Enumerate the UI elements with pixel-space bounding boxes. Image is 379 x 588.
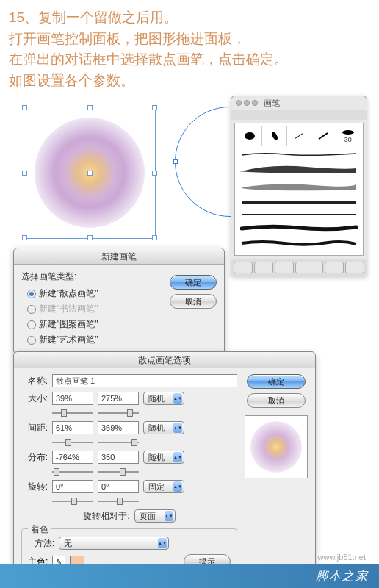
new-brush-dialog: 新建画笔 选择画笔类型: 新建"散点画笔" 新建"书法画笔" 新建"图案画笔" … (13, 248, 225, 354)
rotate-max-input[interactable] (98, 480, 139, 493)
site-footer: 脚本之家 (0, 564, 379, 588)
traffic-min-icon[interactable] (244, 100, 250, 106)
colorization-legend: 着色 (28, 523, 51, 536)
brush-stroke[interactable] (240, 180, 358, 193)
handle-icon[interactable] (87, 235, 93, 240)
panel-body: 30 (234, 123, 364, 256)
ok-button[interactable]: 确定 (247, 374, 306, 389)
radio-scatter[interactable]: 新建"散点画笔" (21, 286, 162, 301)
handle-icon[interactable] (87, 171, 93, 176)
size-label: 大小: (21, 392, 48, 405)
radio-icon (27, 290, 36, 298)
new-brush-button[interactable] (325, 262, 344, 273)
name-label: 名称: (21, 375, 48, 387)
chevron-updown-icon: ▲▼ (173, 452, 182, 462)
svg-rect-6 (242, 214, 356, 215)
rotate-min-input[interactable] (52, 480, 93, 493)
size-min-input[interactable] (52, 392, 93, 405)
radio-icon (27, 336, 36, 345)
method-select[interactable]: 无▲▼ (59, 537, 169, 550)
ok-button[interactable]: 确定 (170, 275, 217, 290)
spacing-min-input[interactable] (52, 421, 93, 434)
chevron-updown-icon: ▲▼ (173, 393, 182, 404)
scatter-slider-b[interactable] (98, 468, 139, 476)
line3: 在弹出的对话框中选择散点画笔，点击确定。 (9, 49, 370, 71)
chevron-updown-icon: ▲▼ (165, 511, 173, 521)
instruction-text: 15、复制一个留做之后用。 打开画笔控制面板，把图形拖进面板， 在弹出的对话框中… (0, 0, 379, 94)
cancel-button[interactable]: 取消 (170, 294, 217, 309)
brush-size-label: 30 (344, 136, 352, 143)
brush-stroke[interactable] (240, 223, 358, 233)
brush-preset[interactable] (311, 126, 336, 146)
select-type-label: 选择画笔类型: (21, 270, 162, 283)
panel-button[interactable] (234, 262, 253, 273)
panel-button[interactable] (275, 262, 294, 273)
watermark: www.jb51.net (318, 553, 366, 562)
spacing-mode-select[interactable]: 随机▲▼ (143, 421, 184, 434)
preview-orb (250, 421, 302, 473)
svg-point-1 (270, 131, 278, 140)
scatter-label: 分布: (21, 451, 48, 464)
handle-icon[interactable] (22, 105, 27, 110)
delete-brush-button[interactable] (345, 262, 364, 273)
spacing-slider[interactable] (52, 439, 93, 446)
artboard (24, 107, 156, 239)
panel-titlebar[interactable]: 画笔 (231, 96, 367, 110)
cancel-button[interactable]: 取消 (247, 393, 306, 408)
spacing-max-input[interactable] (98, 421, 139, 434)
radio-icon (27, 320, 36, 329)
size-slider[interactable] (52, 409, 93, 417)
panel-button[interactable] (254, 262, 273, 273)
size-slider-b[interactable] (98, 409, 139, 417)
brush-preset[interactable] (262, 126, 286, 146)
brush-stroke[interactable] (240, 151, 358, 158)
brush-stroke[interactable] (240, 211, 358, 218)
relative-select[interactable]: 页面▲▼ (134, 509, 176, 523)
brush-stroke[interactable] (240, 237, 358, 248)
radio-pattern[interactable]: 新建"图案画笔" (21, 317, 162, 332)
brush-preset[interactable] (238, 126, 262, 146)
line4: 如图设置各个参数。 (9, 71, 370, 92)
svg-point-0 (245, 132, 255, 140)
brush-preset[interactable]: 30 (336, 126, 360, 146)
line2: 打开画笔控制面板，把图形拖进面板， (9, 29, 370, 50)
brush-stroke[interactable] (240, 198, 358, 207)
handle-icon[interactable] (152, 171, 157, 176)
svg-rect-5 (242, 201, 356, 204)
rotate-slider-b[interactable] (98, 498, 139, 505)
traffic-zoom-icon[interactable] (252, 100, 258, 106)
anchor-point-icon[interactable] (173, 159, 178, 164)
radio-art[interactable]: 新建"艺术画笔" (21, 332, 162, 348)
handle-icon[interactable] (87, 105, 93, 110)
scatter-max-input[interactable] (98, 451, 139, 464)
dialog-title: 散点画笔选项 (14, 352, 315, 368)
radio-icon (27, 305, 36, 314)
size-max-input[interactable] (98, 392, 139, 405)
radio-calligraphic[interactable]: 新建"书法画笔" (21, 301, 162, 317)
scatter-mode-select[interactable]: 随机▲▼ (143, 451, 184, 464)
rotate-slider[interactable] (52, 498, 93, 505)
selection-box (24, 107, 156, 239)
traffic-close-icon[interactable] (236, 100, 242, 106)
scatter-brush-options-dialog: 散点画笔选项 名称: 大小: 随机▲▼ 间距: 随机▲▼ 分布: 随机▲▼ (13, 351, 316, 582)
panel-tabbar[interactable] (231, 110, 367, 120)
spacing-label: 间距: (21, 422, 48, 434)
handle-icon[interactable] (152, 105, 157, 110)
rotate-mode-select[interactable]: 固定▲▼ (143, 480, 184, 493)
brushes-panel: 画笔 30 (231, 96, 367, 276)
svg-point-4 (342, 130, 354, 135)
handle-icon[interactable] (22, 235, 27, 240)
scatter-min-input[interactable] (52, 451, 93, 464)
scatter-slider[interactable] (52, 468, 93, 476)
spacing-slider-b[interactable] (98, 439, 139, 446)
panel-footer (231, 259, 367, 276)
dialog-title: 新建画笔 (14, 248, 224, 265)
rotate-label: 旋转: (21, 481, 48, 493)
name-input[interactable] (52, 374, 237, 387)
chevron-updown-icon: ▲▼ (173, 481, 182, 492)
brush-preset[interactable] (287, 126, 311, 146)
handle-icon[interactable] (22, 171, 27, 176)
brush-stroke[interactable] (240, 162, 358, 176)
handle-icon[interactable] (152, 235, 157, 240)
size-mode-select[interactable]: 随机▲▼ (143, 392, 184, 405)
